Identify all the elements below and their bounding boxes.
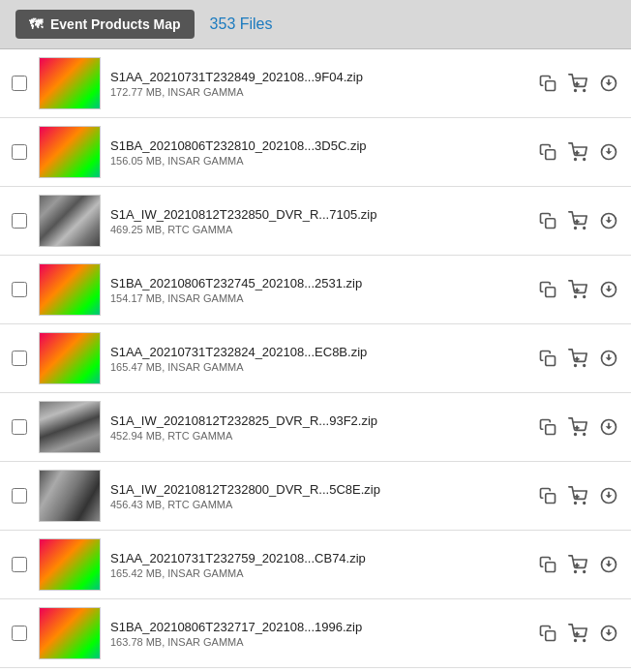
file-checkbox-wrap-7[interactable] xyxy=(10,557,29,572)
file-name-6: S1A_IW_20210812T232800_DVR_R...5C8E.zip xyxy=(110,482,526,497)
file-info-3: S1BA_20210806T232745_202108...2531.zip 1… xyxy=(110,276,526,304)
cart-button-8[interactable] xyxy=(565,621,590,646)
svg-point-42 xyxy=(584,640,586,642)
svg-point-32 xyxy=(584,503,586,504)
copy-button-4[interactable] xyxy=(536,347,559,370)
file-checkbox-wrap-6[interactable] xyxy=(10,488,29,504)
svg-point-7 xyxy=(584,159,586,161)
file-checkbox-4[interactable] xyxy=(12,351,27,366)
download-button-1[interactable] xyxy=(596,139,621,165)
download-button-2[interactable] xyxy=(596,208,621,233)
file-meta-5: 452.94 MB, RTC GAMMA xyxy=(110,430,526,442)
file-checkbox-8[interactable] xyxy=(12,626,27,641)
svg-point-22 xyxy=(584,365,586,367)
file-checkbox-wrap-1[interactable] xyxy=(10,144,29,160)
svg-rect-10 xyxy=(546,219,556,229)
file-name-7: S1AA_20210731T232759_202108...CB74.zip xyxy=(110,551,526,565)
svg-point-36 xyxy=(575,571,577,573)
file-thumbnail-0 xyxy=(39,57,101,109)
file-meta-4: 165.47 MB, INSAR GAMMA xyxy=(110,361,526,373)
list-item: S1BA_20210806T232717_202108...1996.zip 1… xyxy=(0,599,631,668)
file-checkbox-2[interactable] xyxy=(12,213,27,229)
file-checkbox-wrap-5[interactable] xyxy=(10,419,29,435)
file-meta-2: 469.25 MB, RTC GAMMA xyxy=(110,224,526,235)
file-name-0: S1AA_20210731T232849_202108...9F04.zip xyxy=(110,70,526,84)
file-checkbox-6[interactable] xyxy=(12,488,27,504)
cart-button-7[interactable] xyxy=(565,552,590,577)
svg-rect-40 xyxy=(546,631,556,641)
file-actions-4 xyxy=(536,346,621,371)
list-item: S1BA_20210806T232810_202108...3D5C.zip 1… xyxy=(0,118,631,187)
download-button-6[interactable] xyxy=(596,483,621,508)
copy-button-1[interactable] xyxy=(536,140,559,164)
file-list: S1AA_20210731T232849_202108...9F04.zip 1… xyxy=(0,49,631,672)
file-count: 353 Files xyxy=(210,15,273,33)
copy-button-3[interactable] xyxy=(536,278,559,301)
map-icon: 🗺 xyxy=(29,16,43,32)
cart-button-2[interactable] xyxy=(565,208,590,233)
file-info-5: S1A_IW_20210812T232825_DVR_R...93F2.zip … xyxy=(110,413,526,442)
file-thumbnail-2 xyxy=(39,195,101,247)
copy-button-2[interactable] xyxy=(536,209,559,232)
download-button-4[interactable] xyxy=(596,346,621,371)
toolbar-button-label: Event Products Map xyxy=(50,16,181,32)
list-item: S1A_IW_20210812T232825_DVR_R...93F2.zip … xyxy=(0,393,631,462)
file-checkbox-7[interactable] xyxy=(12,557,27,572)
download-button-0[interactable] xyxy=(596,71,621,96)
file-checkbox-wrap-4[interactable] xyxy=(10,351,29,366)
list-item: S1A_IW_20210812T232850_DVR_R...7105.zip … xyxy=(0,187,631,256)
svg-rect-20 xyxy=(546,356,556,366)
svg-point-2 xyxy=(584,90,586,92)
toolbar: 🗺 Event Products Map 353 Files xyxy=(0,0,631,49)
file-name-8: S1BA_20210806T232717_202108...1996.zip xyxy=(110,620,526,634)
file-actions-6 xyxy=(536,483,621,508)
file-meta-1: 156.05 MB, INSAR GAMMA xyxy=(110,155,526,167)
file-list-container: S1AA_20210731T232849_202108...9F04.zip 1… xyxy=(0,49,631,672)
file-actions-8 xyxy=(536,621,621,646)
file-thumbnail-7 xyxy=(39,538,101,591)
file-meta-0: 172.77 MB, INSAR GAMMA xyxy=(110,86,526,98)
event-products-map-button[interactable]: 🗺 Event Products Map xyxy=(15,10,195,39)
list-item: S1A_IW_20210812T112641_DVR_R...0F97.zip … xyxy=(0,668,631,672)
file-name-1: S1BA_20210806T232810_202108...3D5C.zip xyxy=(110,138,526,153)
file-checkbox-3[interactable] xyxy=(12,282,27,297)
file-checkbox-5[interactable] xyxy=(12,419,27,435)
copy-button-6[interactable] xyxy=(536,484,559,507)
file-checkbox-wrap-3[interactable] xyxy=(10,282,29,297)
cart-button-4[interactable] xyxy=(565,346,590,371)
svg-point-17 xyxy=(584,296,586,298)
file-meta-7: 165.42 MB, INSAR GAMMA xyxy=(110,567,526,579)
cart-button-0[interactable] xyxy=(565,71,590,96)
svg-point-21 xyxy=(575,365,577,367)
file-checkbox-wrap-8[interactable] xyxy=(10,626,29,641)
file-thumbnail-3 xyxy=(39,263,101,316)
copy-button-8[interactable] xyxy=(536,622,559,645)
svg-point-6 xyxy=(575,159,577,161)
cart-button-6[interactable] xyxy=(565,483,590,508)
download-button-5[interactable] xyxy=(596,414,621,440)
cart-button-1[interactable] xyxy=(565,139,590,165)
copy-button-5[interactable] xyxy=(536,415,559,439)
svg-point-1 xyxy=(575,90,577,92)
file-info-1: S1BA_20210806T232810_202108...3D5C.zip 1… xyxy=(110,138,526,167)
svg-rect-30 xyxy=(546,494,556,504)
file-checkbox-wrap-0[interactable] xyxy=(10,76,29,91)
file-info-6: S1A_IW_20210812T232800_DVR_R...5C8E.zip … xyxy=(110,482,526,510)
svg-rect-25 xyxy=(546,425,556,435)
file-checkbox-0[interactable] xyxy=(12,76,27,91)
download-button-3[interactable] xyxy=(596,277,621,302)
copy-button-7[interactable] xyxy=(536,553,559,576)
cart-button-3[interactable] xyxy=(565,277,590,302)
list-item: S1AA_20210731T232824_202108...EC8B.zip 1… xyxy=(0,324,631,393)
file-info-0: S1AA_20210731T232849_202108...9F04.zip 1… xyxy=(110,70,526,98)
svg-point-41 xyxy=(575,640,577,642)
svg-point-27 xyxy=(584,434,586,436)
file-checkbox-wrap-2[interactable] xyxy=(10,213,29,229)
file-actions-5 xyxy=(536,414,621,440)
download-button-7[interactable] xyxy=(596,552,621,577)
svg-rect-15 xyxy=(546,288,556,297)
cart-button-5[interactable] xyxy=(565,414,590,440)
copy-button-0[interactable] xyxy=(536,72,559,95)
download-button-8[interactable] xyxy=(596,621,621,646)
file-checkbox-1[interactable] xyxy=(12,144,27,160)
